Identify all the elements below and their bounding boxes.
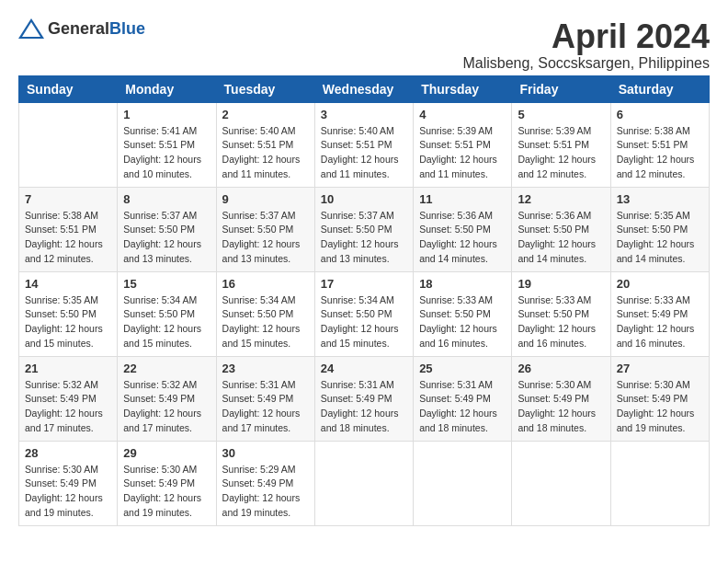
calendar-cell: 5Sunrise: 5:39 AMSunset: 5:51 PMDaylight… <box>512 102 610 187</box>
calendar-cell: 7Sunrise: 5:38 AMSunset: 5:51 PMDaylight… <box>19 187 118 271</box>
day-number: 15 <box>123 277 210 291</box>
day-info: Sunrise: 5:41 AMSunset: 5:51 PMDaylight:… <box>123 124 210 182</box>
day-info: Sunrise: 5:37 AMSunset: 5:50 PMDaylight:… <box>123 209 210 267</box>
calendar-cell: 28Sunrise: 5:30 AMSunset: 5:49 PMDayligh… <box>19 441 118 525</box>
day-number: 19 <box>518 277 604 291</box>
week-row-1: 1Sunrise: 5:41 AMSunset: 5:51 PMDaylight… <box>19 102 710 187</box>
calendar-cell: 3Sunrise: 5:40 AMSunset: 5:51 PMDaylight… <box>314 102 413 187</box>
calendar-cell: 16Sunrise: 5:34 AMSunset: 5:50 PMDayligh… <box>216 271 314 356</box>
day-number: 7 <box>25 192 111 206</box>
calendar-cell: 6Sunrise: 5:38 AMSunset: 5:51 PMDaylight… <box>610 102 709 187</box>
day-info: Sunrise: 5:30 AMSunset: 5:49 PMDaylight:… <box>617 378 703 436</box>
title-section: April 2024 Malisbeng, Soccsksargen, Phil… <box>462 18 710 72</box>
day-info: Sunrise: 5:31 AMSunset: 5:49 PMDaylight:… <box>419 378 506 436</box>
day-info: Sunrise: 5:29 AMSunset: 5:49 PMDaylight:… <box>222 463 309 521</box>
calendar-cell <box>414 441 512 525</box>
header-day-friday: Friday <box>512 75 610 102</box>
calendar-cell: 14Sunrise: 5:35 AMSunset: 5:50 PMDayligh… <box>19 271 118 356</box>
day-info: Sunrise: 5:37 AMSunset: 5:50 PMDaylight:… <box>321 209 407 267</box>
calendar-cell: 8Sunrise: 5:37 AMSunset: 5:50 PMDaylight… <box>118 187 216 271</box>
day-number: 9 <box>222 192 309 206</box>
day-number: 27 <box>617 362 703 375</box>
calendar-cell: 21Sunrise: 5:32 AMSunset: 5:49 PMDayligh… <box>19 356 118 441</box>
location-title: Malisbeng, Soccsksargen, Philippines <box>462 55 710 72</box>
calendar-cell <box>610 441 709 525</box>
day-number: 24 <box>321 362 407 375</box>
logo-icon <box>18 18 44 39</box>
page-header: GeneralBlue April 2024 Malisbeng, Soccsk… <box>18 18 710 72</box>
day-number: 25 <box>419 362 506 375</box>
week-row-4: 21Sunrise: 5:32 AMSunset: 5:49 PMDayligh… <box>19 356 710 441</box>
calendar-cell: 26Sunrise: 5:30 AMSunset: 5:49 PMDayligh… <box>512 356 610 441</box>
logo-blue: Blue <box>109 19 145 38</box>
header-day-tuesday: Tuesday <box>216 75 314 102</box>
calendar-cell: 22Sunrise: 5:32 AMSunset: 5:49 PMDayligh… <box>118 356 216 441</box>
day-number: 21 <box>25 362 111 375</box>
day-number: 17 <box>321 277 407 291</box>
calendar-cell: 13Sunrise: 5:35 AMSunset: 5:50 PMDayligh… <box>610 187 709 271</box>
day-number: 28 <box>25 446 111 460</box>
calendar-cell: 20Sunrise: 5:33 AMSunset: 5:49 PMDayligh… <box>610 271 709 356</box>
day-info: Sunrise: 5:32 AMSunset: 5:49 PMDaylight:… <box>123 378 210 436</box>
calendar-cell: 1Sunrise: 5:41 AMSunset: 5:51 PMDaylight… <box>118 102 216 187</box>
header-day-thursday: Thursday <box>414 75 512 102</box>
calendar-cell: 11Sunrise: 5:36 AMSunset: 5:50 PMDayligh… <box>414 187 512 271</box>
header-day-wednesday: Wednesday <box>314 75 413 102</box>
calendar-cell <box>19 102 118 187</box>
day-info: Sunrise: 5:33 AMSunset: 5:50 PMDaylight:… <box>419 293 506 351</box>
week-row-2: 7Sunrise: 5:38 AMSunset: 5:51 PMDaylight… <box>19 187 710 271</box>
day-number: 8 <box>123 192 210 206</box>
day-number: 30 <box>222 446 309 460</box>
day-number: 29 <box>123 446 210 460</box>
day-number: 20 <box>617 277 703 291</box>
day-info: Sunrise: 5:40 AMSunset: 5:51 PMDaylight:… <box>222 124 309 182</box>
day-number: 3 <box>321 108 407 121</box>
day-info: Sunrise: 5:35 AMSunset: 5:50 PMDaylight:… <box>25 293 111 351</box>
calendar-cell: 15Sunrise: 5:34 AMSunset: 5:50 PMDayligh… <box>118 271 216 356</box>
calendar-cell: 18Sunrise: 5:33 AMSunset: 5:50 PMDayligh… <box>414 271 512 356</box>
day-number: 4 <box>419 108 506 121</box>
day-number: 5 <box>518 108 604 121</box>
calendar-cell: 25Sunrise: 5:31 AMSunset: 5:49 PMDayligh… <box>414 356 512 441</box>
day-number: 2 <box>222 108 309 121</box>
calendar-cell: 17Sunrise: 5:34 AMSunset: 5:50 PMDayligh… <box>314 271 413 356</box>
day-info: Sunrise: 5:30 AMSunset: 5:49 PMDaylight:… <box>123 463 210 521</box>
day-info: Sunrise: 5:38 AMSunset: 5:51 PMDaylight:… <box>25 209 111 267</box>
day-number: 13 <box>617 192 703 206</box>
calendar-cell: 2Sunrise: 5:40 AMSunset: 5:51 PMDaylight… <box>216 102 314 187</box>
day-info: Sunrise: 5:34 AMSunset: 5:50 PMDaylight:… <box>321 293 407 351</box>
day-info: Sunrise: 5:33 AMSunset: 5:50 PMDaylight:… <box>518 293 604 351</box>
month-title: April 2024 <box>462 18 710 55</box>
day-number: 22 <box>123 362 210 375</box>
calendar-cell: 9Sunrise: 5:37 AMSunset: 5:50 PMDaylight… <box>216 187 314 271</box>
day-info: Sunrise: 5:30 AMSunset: 5:49 PMDaylight:… <box>25 463 111 521</box>
day-number: 23 <box>222 362 309 375</box>
day-info: Sunrise: 5:36 AMSunset: 5:50 PMDaylight:… <box>419 209 506 267</box>
header-day-monday: Monday <box>118 75 216 102</box>
calendar-cell: 12Sunrise: 5:36 AMSunset: 5:50 PMDayligh… <box>512 187 610 271</box>
header-day-sunday: Sunday <box>19 75 118 102</box>
week-row-5: 28Sunrise: 5:30 AMSunset: 5:49 PMDayligh… <box>19 441 710 525</box>
calendar-cell: 19Sunrise: 5:33 AMSunset: 5:50 PMDayligh… <box>512 271 610 356</box>
day-info: Sunrise: 5:31 AMSunset: 5:49 PMDaylight:… <box>222 378 309 436</box>
day-number: 6 <box>617 108 703 121</box>
header-row: SundayMondayTuesdayWednesdayThursdayFrid… <box>19 75 710 102</box>
day-info: Sunrise: 5:30 AMSunset: 5:49 PMDaylight:… <box>518 378 604 436</box>
calendar-cell: 29Sunrise: 5:30 AMSunset: 5:49 PMDayligh… <box>118 441 216 525</box>
day-info: Sunrise: 5:39 AMSunset: 5:51 PMDaylight:… <box>419 124 506 182</box>
day-info: Sunrise: 5:36 AMSunset: 5:50 PMDaylight:… <box>518 209 604 267</box>
day-number: 11 <box>419 192 506 206</box>
day-info: Sunrise: 5:34 AMSunset: 5:50 PMDaylight:… <box>123 293 210 351</box>
day-info: Sunrise: 5:39 AMSunset: 5:51 PMDaylight:… <box>518 124 604 182</box>
logo-text: GeneralBlue <box>48 19 145 39</box>
header-day-saturday: Saturday <box>610 75 709 102</box>
day-info: Sunrise: 5:31 AMSunset: 5:49 PMDaylight:… <box>321 378 407 436</box>
day-info: Sunrise: 5:32 AMSunset: 5:49 PMDaylight:… <box>25 378 111 436</box>
day-info: Sunrise: 5:34 AMSunset: 5:50 PMDaylight:… <box>222 293 309 351</box>
day-number: 12 <box>518 192 604 206</box>
day-number: 26 <box>518 362 604 375</box>
calendar-cell: 24Sunrise: 5:31 AMSunset: 5:49 PMDayligh… <box>314 356 413 441</box>
calendar-cell: 10Sunrise: 5:37 AMSunset: 5:50 PMDayligh… <box>314 187 413 271</box>
calendar-cell: 30Sunrise: 5:29 AMSunset: 5:49 PMDayligh… <box>216 441 314 525</box>
day-number: 18 <box>419 277 506 291</box>
